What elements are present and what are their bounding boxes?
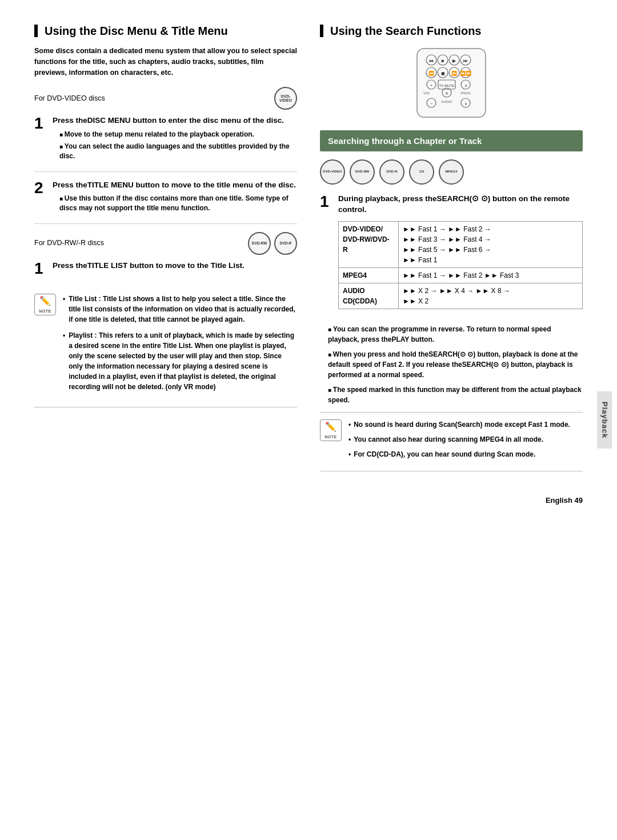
right-step-1-number: 1: [320, 194, 332, 316]
note-item-playlist: • Playlist : This refers to a unit of pl…: [63, 330, 297, 392]
search-speed-table: DVD-VIDEO/DVD-RW/DVD-R ►► Fast 1 → ►► Fa…: [338, 221, 583, 309]
step-1-bullet-1: Move to the setup menu related to the pl…: [59, 130, 297, 139]
right-note-box: ✏️ NOTE No sound is heard during Scan(Se…: [320, 419, 583, 464]
dvd-values-cell: ►► Fast 1 → ►► Fast 2 → ►► Fast 3 → ►► F…: [399, 221, 583, 267]
svg-text:▶: ▶: [452, 58, 456, 63]
svg-text:⏮: ⏮: [429, 58, 434, 63]
playlist-content: This refers to a unit of playback, which…: [69, 331, 294, 391]
right-note-label: NOTE: [324, 434, 336, 440]
disc-icons-row: DVD-VIDEO DVD-RW DVD-R CD MPEG4: [320, 159, 583, 185]
right-note-icon: ✏️ NOTE: [320, 419, 342, 441]
right-bullet-1: You can scan the programme in reverse. T…: [320, 324, 583, 345]
audio-cd-values-cell: ►► X 2 → ►► X 4 → ►► X 8 → ►► X 2: [399, 283, 583, 309]
note-icon: ✏️ NOTE: [34, 294, 56, 315]
footer: English 49: [34, 495, 583, 506]
right-title-bar-icon: [320, 25, 323, 37]
disc-icon-dvd-video: DVD-VIDEO: [320, 159, 345, 185]
right-bottom-divider: [320, 471, 583, 471]
svg-text:⏭: ⏭: [463, 58, 468, 63]
mpeg4-values-cell: ►► Fast 1 → ►► Fast 2 ►► Fast 3: [399, 267, 583, 283]
svg-text:PROG: PROG: [460, 91, 471, 95]
remote-control-svg: ⏮ ■ ▶ ⏭ ⏪ ◼ ⏩ ⏩⏩ + TV MUTE: [400, 46, 503, 120]
note-item-title-list-text: Title List : Title List shows a list to …: [69, 294, 297, 325]
table-row-dvd: DVD-VIDEO/DVD-RW/DVD-R ►► Fast 1 → ►► Fa…: [339, 221, 583, 267]
left-section-title: Using the Disc Menu & Title Menu: [34, 23, 297, 39]
right-divider: [320, 412, 583, 413]
step-3-number: 1: [34, 261, 47, 277]
step-3-rest: button to move to the Title List.: [127, 261, 245, 270]
sidebar-tab: Playback: [597, 391, 612, 449]
remote-image-container: ⏮ ■ ▶ ⏭ ⏪ ◼ ⏩ ⏩⏩ + TV MUTE: [320, 46, 583, 120]
step-2-heading: Press theTITLE MENU button to move to th…: [53, 180, 297, 191]
intro-text: Some discs contain a dedicated menu syst…: [34, 46, 297, 78]
right-step-1: 1 During playback, press theSEARCH(⊙ ⊙) …: [320, 194, 583, 316]
right-bullet-2: When you press and hold theSEARCH(⊙ ⊙) b…: [320, 349, 583, 380]
title-list-label: Title List :: [69, 295, 101, 303]
right-note-item-1: No sound is heard during Scan(Search) mo…: [348, 419, 583, 430]
right-note-item-2-text: You cannot also hear during scanning MPE…: [354, 434, 543, 445]
svg-text:−: −: [430, 102, 432, 106]
pencil-icon: ✏️: [39, 295, 51, 307]
footer-language: English: [546, 496, 572, 505]
step-3: 1 Press theTITLE LIST button to move to …: [34, 261, 297, 285]
note-label: NOTE: [39, 309, 51, 314]
svg-text:✕: ✕: [445, 91, 448, 95]
note-item-playlist-text: Playlist : This refers to a unit of play…: [69, 330, 297, 392]
dvd-rw-icon: DVD-RW: [248, 232, 271, 255]
step-1-content: Press theDISC MENU button to enter the d…: [53, 115, 297, 163]
svg-text:+: +: [430, 83, 432, 87]
step-1-bold-word: DISC MENU: [87, 116, 131, 125]
step-2-bold-word: TITLE MENU: [87, 181, 134, 189]
step-1-bullet-2: You can select the audio languages and t…: [59, 142, 297, 161]
step-2-bold-prefix: Press the: [53, 181, 87, 189]
right-column: Using the Search Functions ⏮ ■ ▶ ⏭ ⏪ ◼: [320, 23, 583, 478]
svg-text:⏪: ⏪: [428, 70, 434, 76]
step-1: 1 Press theDISC MENU button to enter the…: [34, 115, 297, 171]
step-3-bold-prefix: Press the: [53, 261, 87, 270]
dvd-rw-label: For DVD-RW/-R discs: [34, 238, 104, 249]
search-banner: Searching through a Chapter or Track: [320, 130, 583, 151]
note-item-title-list: • Title List : Title List shows a list t…: [63, 294, 297, 325]
audio-cd-label-cell: AUDIO CD(CDDA): [339, 283, 399, 309]
svg-text:TV MUTE: TV MUTE: [439, 84, 454, 87]
step-3-content: Press theTITLE LIST button to move to th…: [53, 261, 297, 277]
dvd-video-label: For DVD-VIDEO discs: [34, 94, 105, 104]
svg-text:∨: ∨: [464, 102, 467, 106]
step-2: 2 Press theTITLE MENU button to move to …: [34, 180, 297, 224]
bottom-divider: [34, 407, 297, 407]
step-2-rest: button to move to the title menu of the …: [134, 181, 296, 189]
table-row-audio-cd: AUDIO CD(CDDA) ►► X 2 → ►► X 4 → ►► X 8 …: [339, 283, 583, 309]
dvd-video-label-row: For DVD-VIDEO discs DVD-VIDEO: [34, 87, 297, 110]
right-note-item-3-text: For CD(CD-DA), you can hear sound during…: [354, 449, 535, 459]
right-title-text: Using the Search Functions: [330, 23, 481, 39]
title-list-content: Title List shows a list to help you sele…: [69, 295, 295, 323]
step-1-number: 1: [34, 115, 47, 163]
step-2-number: 2: [34, 180, 47, 215]
svg-text:VOL: VOL: [423, 91, 431, 95]
step-2-bullet-1: Use this button if the disc contains mor…: [59, 194, 297, 213]
step-3-bold-word: TITLE LIST: [87, 261, 128, 270]
right-step-1-heading: During playback, press theSEARCH(⊙ ⊙) bu…: [338, 194, 583, 215]
dvd-rw-label-row: For DVD-RW/-R discs DVD-RW DVD-R: [34, 232, 297, 255]
note-bullets: • Title List : Title List shows a list t…: [63, 294, 297, 398]
right-note-item-1-text: No sound is heard during Scan(Search) mo…: [354, 419, 570, 430]
svg-text:⏩⏩: ⏩⏩: [460, 70, 471, 76]
svg-text:∧: ∧: [464, 83, 467, 87]
dvd-label-cell: DVD-VIDEO/DVD-RW/DVD-R: [339, 221, 399, 267]
step-1-rest: button to enter the disc menu of the dis…: [131, 116, 285, 125]
dvd-r-icon: DVD-R: [274, 232, 297, 255]
step-1-heading: Press theDISC MENU button to enter the d…: [53, 115, 297, 126]
step-2-content: Press theTITLE MENU button to move to th…: [53, 180, 297, 215]
left-title-text: Using the Disc Menu & Title Menu: [45, 23, 228, 39]
disc-icon-cd: CD: [409, 159, 434, 185]
title-bar-icon: [34, 25, 38, 37]
note-box: ✏️ NOTE • Title List : Title List shows …: [34, 294, 297, 398]
right-note-bullets: No sound is heard during Scan(Search) mo…: [348, 419, 583, 464]
svg-text:AUDIO: AUDIO: [441, 100, 452, 103]
disc-icon-mpeg4: MPEG4: [439, 159, 464, 185]
mpeg4-label-cell: MPEG4: [339, 267, 399, 283]
right-note-item-2: You cannot also hear during scanning MPE…: [348, 434, 583, 445]
bullet-dot-2: •: [63, 330, 65, 392]
step-3-heading: Press theTITLE LIST button to move to th…: [53, 261, 297, 271]
right-section-title: Using the Search Functions: [320, 23, 583, 39]
